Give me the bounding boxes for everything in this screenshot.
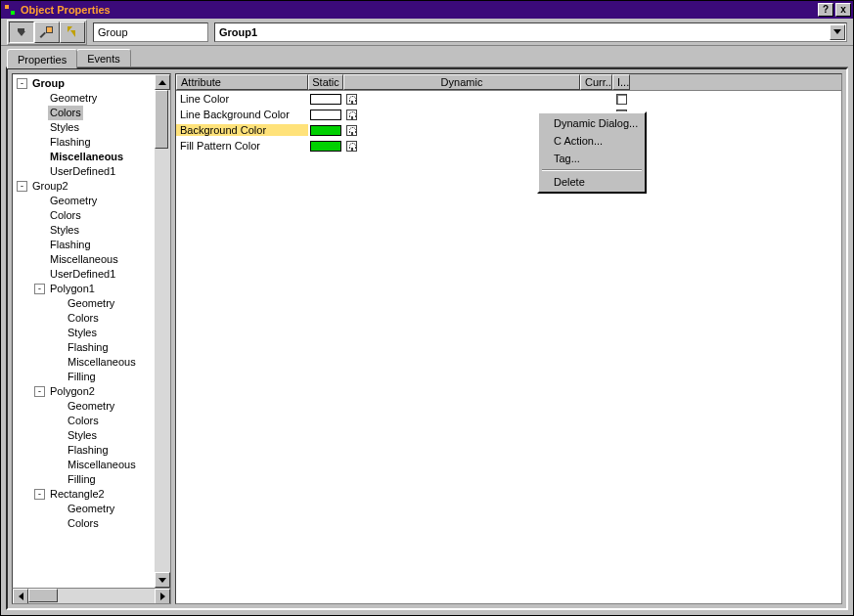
- apply-dynamic-button[interactable]: [60, 22, 85, 43]
- cell-static[interactable]: [308, 94, 343, 105]
- tree-node[interactable]: Geometry: [15, 296, 155, 311]
- tree-toggle[interactable]: -: [17, 78, 27, 89]
- tree-node[interactable]: Colors: [15, 311, 155, 326]
- tree-node[interactable]: UserDefined1: [15, 164, 155, 179]
- tree-toggle[interactable]: -: [17, 181, 27, 192]
- tree-node[interactable]: Flashing: [15, 135, 155, 150]
- scroll-up-button[interactable]: [155, 74, 170, 90]
- tree-node[interactable]: Colors: [15, 208, 155, 223]
- hscroll-thumb[interactable]: [28, 589, 58, 602]
- tree-node[interactable]: UserDefined1: [15, 267, 155, 282]
- tree-node[interactable]: Geometry: [15, 502, 155, 516]
- scroll-down-button[interactable]: [155, 572, 170, 588]
- tree-node-label: Styles: [66, 428, 99, 443]
- tree-node[interactable]: Miscellaneous: [15, 252, 155, 267]
- tree-node[interactable]: Colors: [15, 414, 155, 428]
- tree-vscrollbar[interactable]: [155, 74, 170, 588]
- tree-node[interactable]: Filling: [15, 472, 155, 487]
- tree-node-label: Styles: [48, 120, 81, 135]
- tree-node[interactable]: Flashing: [15, 443, 155, 458]
- col-static[interactable]: Static: [308, 74, 343, 90]
- scroll-left-button[interactable]: [13, 589, 28, 604]
- pin-button[interactable]: [9, 22, 34, 43]
- tree-node-label: Geometry: [48, 91, 99, 106]
- checkbox[interactable]: [616, 94, 627, 105]
- col-attribute[interactable]: Attribute: [176, 74, 308, 90]
- menu-item[interactable]: Dynamic Dialog...: [540, 114, 644, 132]
- close-button[interactable]: x: [835, 3, 851, 17]
- menu-item[interactable]: Tag...: [540, 150, 644, 167]
- tree-node-label: Geometry: [66, 296, 116, 311]
- bulb-icon: [346, 141, 357, 152]
- tab-strip: Properties Events: [1, 46, 853, 67]
- color-swatch[interactable]: [310, 94, 341, 105]
- tree-node[interactable]: Styles: [15, 120, 155, 135]
- dropdown-button[interactable]: [830, 24, 845, 40]
- hscroll-track[interactable]: [28, 589, 155, 603]
- cell-dynamic[interactable]: [343, 94, 580, 105]
- tree-node[interactable]: Miscellaneous: [15, 150, 155, 164]
- bulb-icon: [346, 94, 357, 105]
- tree-node-label: Miscellaneous: [48, 252, 120, 267]
- color-swatch[interactable]: [310, 141, 341, 152]
- tree-node[interactable]: Styles: [15, 223, 155, 238]
- tree-node-label: Colors: [66, 516, 101, 531]
- titlebar[interactable]: Object Properties ? x: [1, 1, 853, 19]
- object-tree[interactable]: -GroupGeometryColorsStylesFlashingMiscel…: [13, 74, 155, 588]
- tree-node[interactable]: Filling: [15, 370, 155, 384]
- tab-events-label: Events: [87, 53, 120, 65]
- scroll-right-button[interactable]: [155, 589, 170, 604]
- tree-node-label: Flashing: [66, 443, 111, 458]
- tree-toggle[interactable]: -: [34, 386, 45, 397]
- object-name-select[interactable]: Group1: [214, 22, 847, 42]
- col-indirect[interactable]: I...: [612, 74, 630, 90]
- cell-static[interactable]: [308, 141, 343, 152]
- cell-indirect[interactable]: [612, 94, 630, 105]
- color-swatch[interactable]: [310, 110, 341, 120]
- tree-node[interactable]: Miscellaneous: [15, 458, 155, 472]
- tab-properties-label: Properties: [18, 54, 67, 66]
- tree-node[interactable]: Styles: [15, 326, 155, 340]
- tree-node-label: Polygon1: [48, 282, 97, 296]
- grid-row[interactable]: Background Color: [176, 122, 841, 138]
- cell-attribute-name: Background Color: [176, 124, 308, 136]
- tree-node[interactable]: -Group: [15, 76, 155, 91]
- tree-node[interactable]: Geometry: [15, 91, 155, 106]
- tree-node[interactable]: -Polygon2: [15, 384, 155, 399]
- tab-properties[interactable]: Properties: [7, 49, 77, 68]
- object-type-select[interactable]: Group: [93, 22, 208, 42]
- tree-node[interactable]: Geometry: [15, 194, 155, 208]
- tree-node-label: Polygon2: [48, 384, 97, 399]
- menu-item[interactable]: Delete: [540, 173, 644, 191]
- tree-node[interactable]: Styles: [15, 428, 155, 443]
- tree-node-label: Flashing: [48, 135, 93, 150]
- tree-node-label: Colors: [48, 106, 83, 120]
- menu-item[interactable]: C Action...: [540, 132, 644, 150]
- col-current[interactable]: Curr...: [580, 74, 612, 90]
- eyedropper-icon: [40, 25, 54, 39]
- grid-row[interactable]: Line Color: [176, 91, 841, 107]
- tree-toggle[interactable]: -: [34, 284, 45, 294]
- tree-node[interactable]: -Polygon1: [15, 282, 155, 296]
- tree-node[interactable]: Geometry: [15, 399, 155, 414]
- cell-static[interactable]: [308, 110, 343, 120]
- tree-node[interactable]: Miscellaneous: [15, 355, 155, 370]
- grid-row[interactable]: Fill Pattern Color: [176, 138, 841, 154]
- tree-node[interactable]: Colors: [15, 106, 155, 120]
- grid-row[interactable]: Line Background Color: [176, 107, 841, 122]
- help-button[interactable]: ?: [818, 3, 833, 17]
- col-dynamic[interactable]: Dynamic: [343, 74, 580, 90]
- tree-node[interactable]: -Rectangle2: [15, 487, 155, 502]
- vscroll-track[interactable]: [155, 90, 170, 572]
- vscroll-thumb[interactable]: [155, 90, 168, 149]
- tree-node[interactable]: Flashing: [15, 340, 155, 355]
- eyedropper-button[interactable]: [34, 22, 60, 43]
- tab-events[interactable]: Events: [76, 49, 131, 67]
- tree-toggle[interactable]: -: [34, 489, 45, 500]
- tree-node[interactable]: Flashing: [15, 238, 155, 252]
- cell-static[interactable]: [308, 125, 343, 136]
- tree-node[interactable]: -Group2: [15, 179, 155, 194]
- color-swatch[interactable]: [310, 125, 341, 136]
- dynamic-context-menu[interactable]: Dynamic Dialog...C Action...Tag...Delete: [537, 111, 647, 194]
- tree-node[interactable]: Colors: [15, 516, 155, 531]
